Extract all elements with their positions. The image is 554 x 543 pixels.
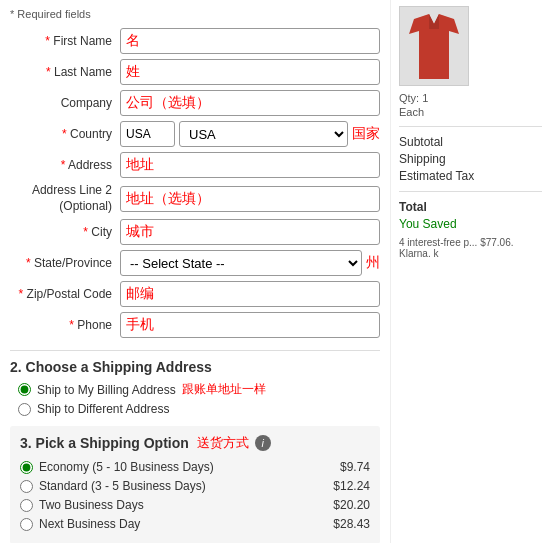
zip-label: * Zip/Postal Code <box>10 287 120 301</box>
zip-input[interactable] <box>120 281 380 307</box>
company-label: Company <box>10 96 120 110</box>
company-input[interactable] <box>120 90 380 116</box>
summary-divider-1 <box>399 126 542 127</box>
ship-to-different-row: Ship to Different Address <box>18 402 380 416</box>
ship-to-different-radio[interactable] <box>18 403 31 416</box>
shipping-address-section: 2. Choose a Shipping Address Ship to My … <box>10 359 380 416</box>
divider-1 <box>10 350 380 351</box>
tax-row: Estimated Tax <box>399 169 542 183</box>
city-input[interactable] <box>120 219 380 245</box>
product-svg <box>404 9 464 84</box>
total-row: Total <box>399 200 542 214</box>
economy-radio[interactable] <box>20 461 33 474</box>
ship-to-billing-row: Ship to My Billing Address 跟账单地址一样 <box>18 381 380 398</box>
two-day-option-row: Two Business Days $20.20 <box>20 498 370 512</box>
country-input-group: USA China UK Canada 国家 <box>120 121 380 147</box>
next-day-option-row: Next Business Day $28.43 <box>20 517 370 531</box>
city-row: * City <box>10 219 380 245</box>
product-qty: Qty: 1 <box>399 92 542 104</box>
left-panel: * Required fields * First Name * Last Na… <box>0 0 390 543</box>
shipping-row: Shipping <box>399 152 542 166</box>
state-select[interactable]: -- Select State -- California New York T… <box>120 250 362 276</box>
required-note: * Required fields <box>10 8 380 20</box>
standard-option-row: Standard (3 - 5 Business Days) $12.24 <box>20 479 370 493</box>
first-name-label: * First Name <box>10 34 120 48</box>
klarna-text: 4 interest-free p... $77.06. Klarna. k <box>399 237 542 259</box>
address-row: * Address <box>10 152 380 178</box>
info-icon[interactable]: i <box>255 435 271 451</box>
subtotal-row: Subtotal <box>399 135 542 149</box>
economy-option-row: Economy (5 - 10 Business Days) $9.74 <box>20 460 370 474</box>
phone-label: * Phone <box>10 318 120 332</box>
standard-radio[interactable] <box>20 480 33 493</box>
country-label: * Country <box>10 127 120 141</box>
state-label: * State/Province <box>10 256 120 270</box>
page-container: * Required fields * First Name * Last Na… <box>0 0 554 543</box>
phone-row: * Phone <box>10 312 380 338</box>
first-name-input[interactable] <box>120 28 380 54</box>
address-line2-row: Address Line 2 (Optional) <box>10 183 380 214</box>
company-row: Company <box>10 90 380 116</box>
product-image <box>399 6 469 86</box>
shipping-address-options: Ship to My Billing Address 跟账单地址一样 Ship … <box>18 381 380 416</box>
phone-input[interactable] <box>120 312 380 338</box>
state-chinese-label: 州 <box>366 254 380 272</box>
address-input[interactable] <box>120 152 380 178</box>
country-chinese-label: 国家 <box>352 125 380 143</box>
country-select[interactable]: USA China UK Canada <box>179 121 348 147</box>
ship-to-billing-radio[interactable] <box>18 383 31 396</box>
shipping-option-section: 3. Pick a Shipping Option 送货方式 i Economy… <box>10 426 380 543</box>
last-name-input[interactable] <box>120 59 380 85</box>
right-panel: Qty: 1 Each Subtotal Shipping Estimated … <box>390 0 550 543</box>
zip-row: * Zip/Postal Code <box>10 281 380 307</box>
city-label: * City <box>10 225 120 239</box>
shipping-address-title: 2. Choose a Shipping Address <box>10 359 380 375</box>
next-day-radio[interactable] <box>20 518 33 531</box>
product-unit: Each <box>399 106 542 118</box>
last-name-label: * Last Name <box>10 65 120 79</box>
state-row: * State/Province -- Select State -- Cali… <box>10 250 380 276</box>
address-label: * Address <box>10 158 120 172</box>
svg-marker-0 <box>409 14 459 79</box>
saved-row: You Saved <box>399 217 542 231</box>
svg-marker-1 <box>429 14 439 29</box>
two-day-radio[interactable] <box>20 499 33 512</box>
first-name-row: * First Name <box>10 28 380 54</box>
address-line2-label: Address Line 2 (Optional) <box>10 183 120 214</box>
last-name-row: * Last Name <box>10 59 380 85</box>
country-row: * Country USA China UK Canada 国家 <box>10 121 380 147</box>
summary-divider-2 <box>399 191 542 192</box>
country-text-input[interactable] <box>120 121 175 147</box>
shipping-option-header: 3. Pick a Shipping Option 送货方式 i <box>20 434 370 452</box>
address-line2-input[interactable] <box>120 186 380 212</box>
